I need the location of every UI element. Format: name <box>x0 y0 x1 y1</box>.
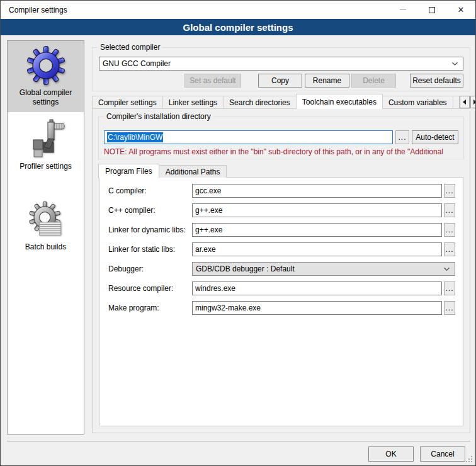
window-controls: ✕ <box>388 1 475 19</box>
cancel-button[interactable]: Cancel <box>420 446 465 462</box>
cpp-compiler-input[interactable] <box>192 203 442 217</box>
programs-subtab-strip: Program Files Additional Paths <box>98 163 226 178</box>
maximize-button[interactable] <box>417 1 446 19</box>
chevron-down-icon <box>451 62 458 66</box>
installation-directory-row: C:\raylib\MinGW ... Auto-detect <box>104 130 458 144</box>
make-program-row: Make program: ... <box>108 301 455 315</box>
footer-divider <box>7 441 470 441</box>
minimize-icon <box>400 9 406 10</box>
dialog-header: Global compiler settings <box>1 19 475 35</box>
title-bar: Compiler settings ✕ <box>1 1 475 19</box>
field-label: Linker for static libs: <box>108 242 192 256</box>
selected-compiler-group: Selected compiler GNU GCC Compiler Set a… <box>92 47 470 91</box>
tab-search-directories[interactable]: Search directories <box>223 96 297 108</box>
dynamic-linker-input[interactable] <box>192 223 442 237</box>
compiler-settings-window: Compiler settings ✕ Global compiler sett… <box>0 0 476 466</box>
resize-grip[interactable] <box>471 461 472 462</box>
cpp-compiler-browse-button[interactable]: ... <box>444 203 455 217</box>
gray-gear-stack-icon <box>26 200 66 240</box>
tab-scroll-left-button[interactable] <box>460 96 470 108</box>
selected-compiler-legend: Selected compiler <box>98 43 162 52</box>
field-label: C compiler: <box>108 184 192 198</box>
make-program-browse-button[interactable]: ... <box>444 301 455 315</box>
tab-toolchain-executables[interactable]: Toolchain executables <box>296 94 383 109</box>
dynamic-linker-browse-button[interactable]: ... <box>444 223 455 237</box>
debugger-select[interactable]: GDB/CDB debugger : Default <box>192 262 455 276</box>
blue-gear-icon <box>26 45 66 86</box>
installation-directory-legend: Compiler's installation directory <box>104 112 213 121</box>
delete-button[interactable]: Delete <box>351 74 396 88</box>
subtab-additional-paths[interactable]: Additional Paths <box>159 165 227 178</box>
tab-scroll-right-button[interactable] <box>470 96 476 108</box>
tab-linker-settings[interactable]: Linker settings <box>162 96 224 108</box>
field-label: Debugger: <box>108 262 192 276</box>
auto-detect-button[interactable]: Auto-detect <box>412 130 458 144</box>
subtab-program-files[interactable]: Program Files <box>98 164 159 178</box>
debugger-row: Debugger: GDB/CDB debugger : Default <box>108 262 455 276</box>
chevron-down-icon <box>443 267 450 271</box>
field-label: C++ compiler: <box>108 203 192 217</box>
make-program-input[interactable] <box>192 301 442 315</box>
tab-scroll-arrows <box>459 96 476 108</box>
sidebar-item-label: Profiler settings <box>8 162 84 171</box>
debugger-select-value: GDB/CDB debugger : Default <box>196 264 443 273</box>
field-label: Make program: <box>108 301 192 315</box>
settings-category-sidebar: Global compiler settings Profiler settin… <box>7 40 84 435</box>
settings-tab-strip: Compiler settings Linker settings Search… <box>92 94 470 108</box>
field-label: Resource compiler: <box>108 281 192 295</box>
resource-compiler-row: Resource compiler: ... <box>108 281 455 295</box>
rename-button[interactable]: Rename <box>305 74 349 88</box>
sidebar-item-label: Batch builds <box>8 242 84 252</box>
c-compiler-input[interactable] <box>192 184 442 198</box>
sidebar-item-label: Global compiler settings <box>8 88 84 107</box>
sidebar-item-batch-builds[interactable]: Batch builds <box>8 195 84 257</box>
close-icon: ✕ <box>458 6 465 14</box>
sidebar-item-global-compiler-settings[interactable]: Global compiler settings <box>8 41 84 112</box>
field-label: Linker for dynamic libs: <box>108 223 192 237</box>
resource-compiler-input[interactable] <box>192 281 442 295</box>
resource-compiler-browse-button[interactable]: ... <box>444 281 455 295</box>
tab-compiler-settings[interactable]: Compiler settings <box>92 96 163 108</box>
tab-custom-variables[interactable]: Custom variables <box>382 96 453 108</box>
c-compiler-browse-button[interactable]: ... <box>444 184 455 198</box>
maximize-icon <box>429 7 435 13</box>
window-title: Compiler settings <box>9 6 67 14</box>
caliper-icon <box>26 119 66 159</box>
cpp-compiler-row: C++ compiler: ... <box>108 203 455 217</box>
installation-directory-input[interactable]: C:\raylib\MinGW <box>104 130 393 144</box>
dynamic-linker-row: Linker for dynamic libs: ... <box>108 223 455 237</box>
reset-defaults-button[interactable]: Reset defaults <box>410 74 463 88</box>
selected-text: C:\raylib\MinGW <box>107 132 163 142</box>
arrow-left-icon <box>463 99 466 105</box>
copy-button[interactable]: Copy <box>258 74 302 88</box>
compiler-select[interactable]: GNU GCC Compiler <box>99 57 463 71</box>
minimize-button[interactable] <box>388 1 417 19</box>
bin-subdirectory-note: NOTE: All programs must exist either in … <box>104 147 463 156</box>
ok-button[interactable]: OK <box>368 446 414 462</box>
installation-directory-group: Compiler's installation directory C:\ray… <box>98 116 464 159</box>
program-files-panel: C compiler: ... C++ compiler: ... Linker… <box>99 177 463 426</box>
main-content: Selected compiler GNU GCC Compiler Set a… <box>92 40 470 435</box>
static-linker-browse-button[interactable]: ... <box>444 242 455 256</box>
static-linker-input[interactable] <box>192 242 442 256</box>
close-button[interactable]: ✕ <box>446 1 475 19</box>
compiler-actions: Set as default Copy Rename Delete Reset … <box>99 74 463 88</box>
sidebar-item-profiler-settings[interactable]: Profiler settings <box>8 115 84 176</box>
static-linker-row: Linker for static libs: ... <box>108 242 455 256</box>
c-compiler-row: C compiler: ... <box>108 184 455 198</box>
installation-directory-browse-button[interactable]: ... <box>395 130 409 144</box>
toolchain-executables-panel: Compiler's installation directory C:\ray… <box>92 108 470 433</box>
set-as-default-button[interactable]: Set as default <box>184 74 241 88</box>
arrow-right-icon <box>473 99 476 105</box>
compiler-select-value: GNU GCC Compiler <box>103 59 451 68</box>
